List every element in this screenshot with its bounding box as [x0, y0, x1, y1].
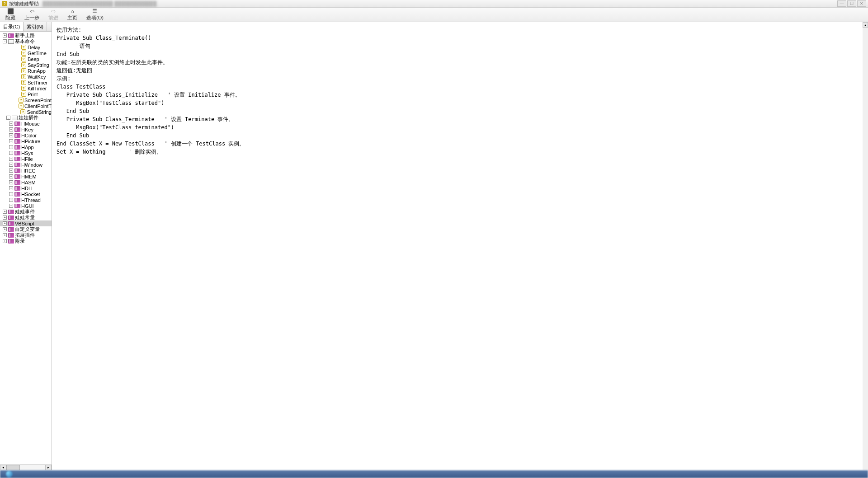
toolbar: ⬛ 隐藏 ⇦ 上一步 ⇨ 前进 ⌂ 主页 ☰ 选项(O): [0, 8, 868, 22]
tree-item-娃娃插件[interactable]: -娃娃插件: [0, 115, 52, 121]
tree-item-HASM[interactable]: +HASM: [0, 179, 52, 185]
tree-toggle-icon[interactable]: -: [6, 116, 10, 120]
hide-icon: ⬛: [6, 8, 14, 14]
tree-item-label: Beep: [28, 56, 39, 62]
tree-item-HApp[interactable]: +HApp: [0, 144, 52, 150]
hscroll-right-button[interactable]: ▸: [45, 465, 52, 470]
book-closed-icon: [14, 174, 20, 179]
tree-toggle-icon[interactable]: +: [3, 239, 7, 243]
help-content-text: 使用方法: Private Sub Class_Terminate() 语句 E…: [57, 26, 863, 156]
vscroll-up-button[interactable]: ▴: [863, 22, 868, 28]
tree-item-HKey[interactable]: +HKey: [0, 127, 52, 132]
tree-item-RunApp[interactable]: ?RunApp: [0, 68, 52, 74]
book-closed-icon: [14, 186, 20, 191]
tree-item-HWindow[interactable]: +HWindow: [0, 162, 52, 168]
tree-item-HFile[interactable]: +HFile: [0, 156, 52, 162]
tree-toggle-icon[interactable]: +: [9, 163, 13, 167]
tree-item-label: Delay: [28, 45, 40, 50]
tree-toggle-icon[interactable]: +: [9, 133, 13, 137]
tree-item-Beep[interactable]: ?Beep: [0, 56, 52, 62]
tree-hscroll[interactable]: ◂ ▸: [0, 464, 52, 470]
tree-item-label: Print: [28, 92, 38, 97]
tree-item-ScreenPoint[interactable]: ?ScreenPoint: [0, 97, 52, 103]
tree-item-拓展插件[interactable]: +拓展插件: [0, 232, 52, 238]
tree-item-SetTimer[interactable]: ?SetTimer: [0, 80, 52, 85]
tree-item-KillTimer[interactable]: ?KillTimer: [0, 85, 52, 91]
close-button[interactable]: ✕: [857, 0, 866, 7]
forward-icon: ⇨: [49, 8, 57, 14]
tree-toggle-icon[interactable]: +: [9, 122, 13, 126]
tree-toggle-icon[interactable]: +: [9, 169, 13, 173]
tree-item-label: GetTime: [28, 51, 47, 56]
tree-item-娃娃常量[interactable]: +娃娃常量: [0, 215, 52, 220]
tree-toggle-icon[interactable]: +: [3, 233, 7, 237]
tree-toggle-icon[interactable]: +: [9, 127, 13, 131]
content-vscroll[interactable]: ▴: [863, 22, 868, 470]
tree-toggle-icon[interactable]: -: [3, 39, 7, 43]
tree-item-HDLL[interactable]: +HDLL: [0, 185, 52, 191]
tree-toggle-icon[interactable]: +: [3, 210, 7, 214]
tree-item-附录[interactable]: +附录: [0, 238, 52, 244]
back-button[interactable]: ⇦ 上一步: [21, 8, 43, 22]
tree-toggle-icon[interactable]: +: [3, 221, 7, 225]
maximize-button[interactable]: ☐: [847, 0, 856, 7]
tree-item-HThread[interactable]: +HThread: [0, 197, 52, 203]
tree-toggle-icon[interactable]: +: [9, 204, 13, 208]
tree-toggle-icon[interactable]: +: [9, 192, 13, 196]
tab-index[interactable]: 索引(N): [24, 22, 47, 31]
tree-toggle-icon[interactable]: +: [3, 216, 7, 220]
book-closed-icon: [14, 145, 20, 150]
tree-item-HREG[interactable]: +HREG: [0, 168, 52, 173]
hscroll-track[interactable]: [6, 465, 45, 470]
book-closed-icon: [8, 221, 14, 226]
home-button[interactable]: ⌂ 主页: [64, 8, 81, 22]
tree-item-label: HDLL: [21, 186, 34, 191]
tree-item-HSocket[interactable]: +HSocket: [0, 191, 52, 197]
minimize-button[interactable]: —: [837, 0, 846, 7]
tree-toggle-icon[interactable]: +: [9, 145, 13, 149]
tree-toggle-icon[interactable]: +: [9, 174, 13, 178]
tree-item-label: HColor: [21, 133, 37, 138]
hscroll-thumb[interactable]: [6, 465, 20, 470]
forward-button[interactable]: ⇨ 前进: [45, 8, 62, 22]
tree-item-label: 娃娃插件: [19, 114, 38, 121]
book-closed-icon: [14, 168, 20, 173]
tree-item-SayString[interactable]: ?SayString: [0, 62, 52, 68]
help-topic-icon: ?: [19, 103, 24, 109]
tree-item-Print[interactable]: ?Print: [0, 91, 52, 97]
tree-item-label: RunApp: [28, 68, 46, 74]
tree-item-HMEM[interactable]: +HMEM: [0, 173, 52, 179]
tree-item-label: 娃娃常量: [15, 214, 35, 221]
app-icon: ?: [2, 1, 7, 6]
help-topic-icon: ?: [19, 98, 24, 103]
tree-item-GetTime[interactable]: ?GetTime: [0, 50, 52, 56]
hscroll-left-button[interactable]: ◂: [0, 465, 6, 470]
tree-item-基本命令[interactable]: -基本命令: [0, 38, 52, 44]
tree-item-label: HThread: [21, 197, 41, 203]
tree-item-HColor[interactable]: +HColor: [0, 132, 52, 138]
tree-item-HMouse[interactable]: +HMouse: [0, 121, 52, 127]
toc-tree[interactable]: +新手上路-基本命令?Delay?GetTime?Beep?SayString?…: [0, 32, 52, 464]
tree-item-ClientPointT[interactable]: ?ClientPointT: [0, 103, 52, 109]
tree-toggle-icon[interactable]: +: [9, 151, 13, 155]
tree-item-HSys[interactable]: +HSys: [0, 150, 52, 156]
tree-toggle-icon[interactable]: +: [3, 227, 7, 231]
tree-item-Delay[interactable]: ?Delay: [0, 44, 52, 50]
hide-button[interactable]: ⬛ 隐藏: [2, 8, 19, 22]
tree-item-HPicture[interactable]: +HPicture: [0, 138, 52, 144]
tree-item-label: KillTimer: [28, 86, 47, 91]
tree-toggle-icon[interactable]: +: [9, 157, 13, 161]
tree-toggle-icon[interactable]: +: [9, 198, 13, 202]
tree-toggle-icon[interactable]: +: [9, 186, 13, 190]
tab-contents[interactable]: 目录(C): [0, 22, 24, 31]
tree-item-label: HASM: [21, 180, 36, 185]
tree-toggle-icon[interactable]: +: [9, 139, 13, 143]
tree-item-label: 附录: [15, 238, 25, 244]
tree-toggle-icon[interactable]: +: [3, 33, 7, 37]
options-button[interactable]: ☰ 选项(O): [83, 8, 107, 22]
options-icon: ☰: [91, 8, 99, 14]
tree-toggle-icon[interactable]: +: [9, 180, 13, 184]
help-topic-icon: ?: [20, 45, 27, 50]
tab-overflow[interactable]: [47, 22, 52, 31]
tree-item-WaitKey[interactable]: ?WaitKey: [0, 74, 52, 80]
